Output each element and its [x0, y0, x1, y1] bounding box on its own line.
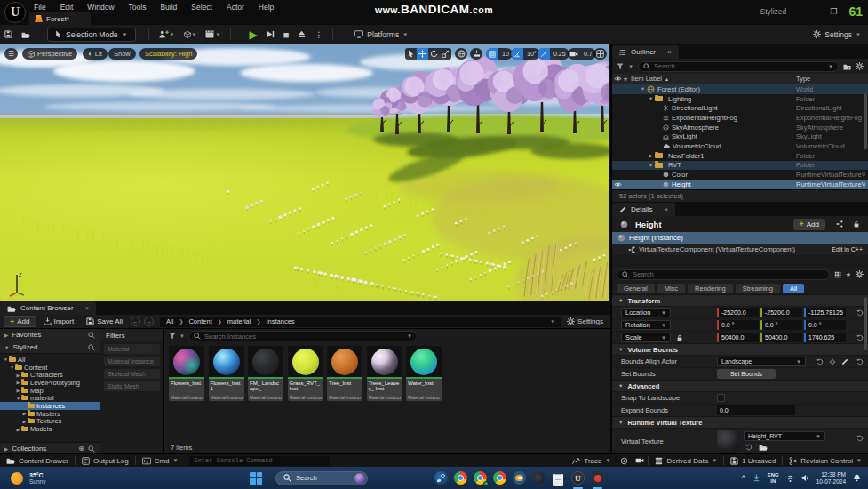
- maximize-viewport-button[interactable]: [593, 48, 607, 60]
- filter-material-instance[interactable]: Material Instance: [104, 357, 160, 366]
- outliner-row-exponentialheightfog[interactable]: ExponentialHeightFogExponentialHeightFog: [612, 113, 868, 123]
- component-row-selected[interactable]: Height (Instance): [612, 232, 868, 244]
- breadcrumb-content[interactable]: Content: [188, 317, 211, 325]
- trace-dropdown[interactable]: Trace▼: [566, 454, 617, 467]
- location-dropdown[interactable]: Location▼: [621, 308, 671, 317]
- app-icon[interactable]: [532, 471, 545, 485]
- folder-models[interactable]: ▶Models: [0, 425, 100, 433]
- use-selected-icon[interactable]: [745, 444, 753, 451]
- rotation-z-input[interactable]: 0.0 °: [804, 320, 846, 330]
- search-icon[interactable]: [88, 332, 95, 339]
- location-y-input[interactable]: -25200.0: [760, 308, 802, 317]
- outliner-row-height[interactable]: HeightRuntimeVirtualTextureV: [612, 180, 868, 189]
- asset-flowers-inst[interactable]: Flowers_InstMaterial Instance: [169, 346, 204, 401]
- filter-icon[interactable]: [617, 63, 624, 70]
- component-row[interactable]: VirtualTextureComponent (VirtualTextureC…: [612, 244, 868, 255]
- show-dropdown[interactable]: Show: [108, 48, 136, 60]
- surface-snap-toggle[interactable]: [470, 48, 482, 60]
- virtual-texture-thumbnail[interactable]: [717, 430, 739, 453]
- asset-fm-landscape-[interactable]: FM_ Landscape_Material Instance: [248, 346, 283, 401]
- rotation-snap-control[interactable]: 10°: [511, 48, 540, 60]
- project-section[interactable]: ▼Stylized: [0, 341, 100, 354]
- asset-trees-leaves-inst[interactable]: Trees_Leaves_ InstMaterial Instance: [367, 346, 402, 401]
- snap-to-landscape-checkbox[interactable]: [717, 394, 725, 402]
- outliner-row-volumetriccloud[interactable]: VolumetricCloudVolumetricCloud: [612, 141, 868, 151]
- breadcrumb-all[interactable]: All: [166, 317, 173, 325]
- lock-icon[interactable]: [853, 220, 860, 228]
- revision-control-dropdown[interactable]: Revision Control▼: [783, 454, 868, 467]
- save-all-button[interactable]: Save All: [81, 316, 128, 327]
- skip-button[interactable]: [267, 28, 275, 42]
- content-drawer-button[interactable]: Content Drawer: [0, 454, 75, 467]
- details-tab-misc[interactable]: Misc: [657, 284, 685, 293]
- folder-levelprototyping[interactable]: ▶LevelPrototyping: [0, 379, 100, 387]
- set-bounds-button[interactable]: Set Bounds: [717, 369, 776, 379]
- asset-flowers-inst1[interactable]: Flowers_Inst1Material Instance: [209, 346, 244, 401]
- grid-snap-control[interactable]: 10: [486, 48, 513, 60]
- rotate-tool-icon[interactable]: [428, 48, 440, 60]
- eye-icon[interactable]: [612, 76, 623, 82]
- unsaved-button[interactable]: 1 Unsaved: [724, 454, 782, 467]
- add-asset-button[interactable]: +Add: [4, 316, 36, 327]
- derived-data-dropdown[interactable]: Derived Data▼: [649, 454, 723, 467]
- folder-all[interactable]: ▼All: [0, 356, 100, 364]
- pick-actor-icon[interactable]: [829, 358, 836, 365]
- console-command-input[interactable]: Enter Console Command: [189, 456, 330, 466]
- details-tab-all[interactable]: All: [783, 284, 804, 293]
- use-selected-icon[interactable]: [816, 358, 824, 365]
- section-advanced[interactable]: ▼Advanced: [612, 380, 868, 391]
- outliner-settings-icon[interactable]: [856, 62, 864, 70]
- virtual-texture-dropdown[interactable]: Height_RVT▼: [744, 431, 825, 441]
- asset-water-inst[interactable]: Water_InstMaterial Instance: [406, 346, 442, 401]
- bounds-align-dropdown[interactable]: Landscape▼: [717, 357, 806, 366]
- notepad-icon[interactable]: [552, 471, 565, 485]
- asset-tree-inst[interactable]: Tree_InstMaterial Instance: [327, 346, 362, 401]
- bandicam-icon[interactable]: [591, 471, 604, 485]
- play-options-icon[interactable]: ⋮: [315, 28, 323, 42]
- reset-icon[interactable]: [856, 334, 864, 341]
- display-filter-icon[interactable]: [834, 271, 841, 278]
- details-tab-streaming[interactable]: Streaming: [736, 284, 780, 293]
- outliner-row-color[interactable]: ColorRuntimeVirtualTextureV: [612, 170, 868, 180]
- lit-dropdown[interactable]: ◐Lit: [83, 48, 108, 60]
- expand-bounds-input[interactable]: 0.0: [717, 405, 795, 415]
- stop-button[interactable]: ■: [283, 28, 290, 42]
- world-coord-toggle[interactable]: [455, 48, 467, 60]
- folder-content[interactable]: ▼Content: [0, 364, 100, 372]
- rotation-x-input[interactable]: 0.0 °: [717, 320, 759, 330]
- outliner-row-lighting[interactable]: ▼LightingFolder: [612, 94, 868, 104]
- volume-icon[interactable]: [801, 474, 809, 482]
- close-icon[interactable]: ×: [667, 48, 672, 56]
- content-browser-icon[interactable]: [21, 28, 30, 42]
- chrome-icon[interactable]: [454, 471, 467, 485]
- selection-mode-dropdown[interactable]: Selection Mode ▼: [47, 28, 136, 42]
- eject-button[interactable]: [298, 28, 306, 42]
- scale-tool-icon[interactable]: [440, 48, 451, 60]
- notification-bell-icon[interactable]: [853, 474, 861, 482]
- play-button[interactable]: ▶: [249, 28, 257, 42]
- outliner-row-directionallight[interactable]: DirectionalLightDirectionalLight: [612, 103, 868, 113]
- location-z-input[interactable]: -1125.78125: [804, 308, 846, 317]
- viewport-options-menu[interactable]: ☰: [4, 48, 18, 60]
- collections-section[interactable]: ▶Collections ⊕: [0, 442, 100, 454]
- cb-settings-dropdown[interactable]: Settings: [567, 317, 607, 325]
- start-button[interactable]: [250, 472, 262, 485]
- screenshot-icon[interactable]: [632, 454, 648, 467]
- unreal-editor-icon[interactable]: U: [571, 471, 585, 485]
- section-volume-bounds[interactable]: ▼Volume Bounds: [612, 343, 868, 355]
- close-icon[interactable]: ×: [664, 205, 668, 213]
- breadcrumb-instances[interactable]: Instances: [266, 317, 294, 325]
- chrome-2-icon[interactable]: [493, 471, 506, 485]
- folder-textures[interactable]: ▶Textures: [0, 418, 100, 426]
- details-search-input[interactable]: Search: [617, 269, 830, 280]
- taskbar-search[interactable]: Search: [275, 471, 368, 485]
- details-tab-general[interactable]: General: [617, 284, 655, 293]
- add-actor-icon[interactable]: ▼: [159, 28, 175, 42]
- outliner-search-input[interactable]: Search... ▼: [638, 61, 839, 72]
- cmd-dropdown[interactable]: Cmd▼: [136, 454, 185, 467]
- star-icon[interactable]: ★: [623, 76, 631, 83]
- favorites-icon[interactable]: ★: [846, 271, 851, 278]
- details-tab-rendering[interactable]: Rendering: [688, 284, 733, 293]
- clock[interactable]: 12:38 PM10-07-2024: [816, 471, 846, 485]
- restore-button[interactable]: ❒: [830, 7, 837, 16]
